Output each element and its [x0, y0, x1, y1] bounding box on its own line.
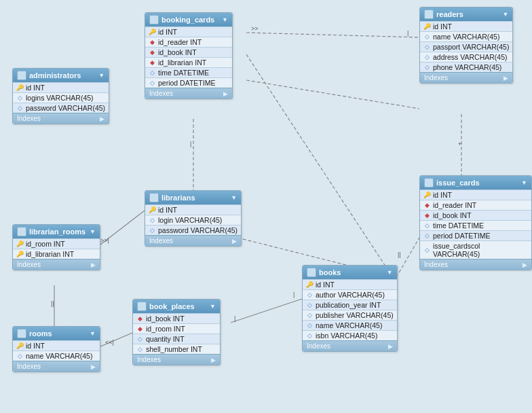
field-row-readers-2: ◇ passport VARCHAR(45)	[420, 41, 512, 52]
svg-line-14	[231, 299, 302, 323]
indexes-arrow-issue_cards: ▶	[522, 262, 527, 268]
field-name-issue_cards-4: period DATETIME	[433, 232, 490, 240]
field-row-librarian_rooms-1: 🔑 id_librarian INT	[13, 249, 100, 259]
table-arrow-readers[interactable]: ▼	[503, 11, 509, 18]
indexes-librarian_rooms[interactable]: Indexes ▶	[13, 259, 100, 270]
field-icon-administrators-2: ◇	[16, 105, 23, 111]
field-name-issue_cards-5: issue_cardscol VARCHAR(45)	[433, 242, 528, 258]
field-icon-readers-0: 🔑	[423, 23, 430, 30]
field-row-books-0: 🔑 id INT	[303, 279, 397, 289]
indexes-rooms[interactable]: Indexes ▶	[13, 361, 100, 372]
field-name-issue_cards-0: id INT	[433, 191, 452, 199]
indexes-label-issue_cards: Indexes	[424, 261, 448, 268]
table-arrow-librarian_rooms[interactable]: ▼	[90, 228, 96, 235]
diagram-canvas: >> | | + >>| || <<| | | || bookin	[0, 0, 532, 413]
field-row-administrators-1: ◇ logins VARCHAR(45)	[13, 92, 109, 103]
field-name-books-4: name VARCHAR(45)	[316, 321, 382, 329]
field-icon-book_places-1: ◆	[136, 325, 143, 332]
table-icon-readers	[424, 10, 434, 19]
field-icon-librarians-1: ◇	[149, 217, 155, 223]
field-row-book_places-2: ◇ quantity INT	[133, 334, 220, 344]
table-arrow-rooms[interactable]: ▼	[90, 330, 96, 337]
field-icon-books-3: ◇	[306, 312, 313, 319]
indexes-label-librarian_rooms: Indexes	[17, 261, 41, 268]
table-arrow-books[interactable]: ▼	[387, 269, 393, 276]
indexes-administrators[interactable]: Indexes ▶	[13, 113, 109, 124]
field-icon-readers-3: ◇	[423, 54, 430, 60]
indexes-readers[interactable]: Indexes ▶	[420, 72, 512, 83]
field-row-booking_cards-3: ◆ id_librarian INT	[145, 57, 232, 67]
svg-line-12	[100, 333, 132, 346]
indexes-booking_cards[interactable]: Indexes ▶	[145, 88, 232, 98]
svg-text:|: |	[293, 291, 294, 298]
table-label-book_places: book_places	[149, 302, 195, 310]
field-icon-book_places-3: ◇	[136, 346, 143, 353]
table-readers: readers ▼ 🔑 id INT ◇ name VARCHAR(45) ◇ …	[419, 7, 513, 84]
field-row-rooms-0: 🔑 id INT	[13, 340, 100, 351]
indexes-arrow-rooms: ▶	[91, 363, 96, 370]
table-arrow-librarians[interactable]: ▼	[231, 194, 237, 201]
field-row-issue_cards-1: ◆ id_reader INT	[420, 200, 531, 210]
table-header-issue_cards[interactable]: issue_cards ▼	[420, 176, 531, 190]
indexes-book_places[interactable]: Indexes ▶	[133, 354, 220, 365]
svg-line-20	[238, 238, 346, 265]
table-header-book_places[interactable]: book_places ▼	[133, 300, 220, 313]
field-icon-readers-1: ◇	[423, 33, 430, 40]
table-icon-administrators	[17, 71, 26, 80]
table-label-readers: readers	[436, 10, 463, 18]
field-row-issue_cards-5: ◇ issue_cardscol VARCHAR(45)	[420, 240, 531, 259]
table-header-readers[interactable]: readers ▼	[420, 7, 512, 21]
field-name-booking_cards-4: time DATETIME	[158, 69, 209, 77]
field-name-administrators-1: logins VARCHAR(45)	[26, 94, 94, 102]
field-name-librarians-2: password VARCHAR(45)	[158, 226, 238, 234]
field-name-readers-4: phone VARCHAR(45)	[433, 63, 501, 71]
field-icon-librarian_rooms-0: 🔑	[16, 240, 23, 247]
table-header-administrators[interactable]: administrators ▼	[13, 69, 109, 82]
svg-text:+: +	[458, 141, 461, 147]
field-row-librarians-0: 🔑 id INT	[145, 204, 241, 215]
table-header-rooms[interactable]: rooms ▼	[13, 327, 100, 340]
table-label-rooms: rooms	[29, 329, 52, 338]
svg-line-8	[100, 211, 145, 245]
table-arrow-administrators[interactable]: ▼	[98, 72, 104, 79]
table-icon-books	[307, 268, 316, 277]
field-name-readers-2: passport VARCHAR(45)	[433, 43, 509, 51]
field-icon-books-0: 🔑	[306, 281, 313, 288]
indexes-arrow-librarians: ▶	[232, 238, 237, 245]
field-name-books-3: publisher VARCHAR(45)	[316, 311, 394, 319]
indexes-issue_cards[interactable]: Indexes ▶	[420, 259, 531, 270]
table-header-books[interactable]: books ▼	[303, 266, 397, 279]
table-arrow-issue_cards[interactable]: ▼	[521, 179, 527, 186]
field-icon-booking_cards-2: ◆	[149, 49, 155, 56]
field-icon-booking_cards-4: ◇	[149, 69, 155, 76]
field-icon-issue_cards-0: 🔑	[423, 192, 430, 198]
indexes-books[interactable]: Indexes ▶	[303, 340, 397, 351]
field-row-readers-3: ◇ address VARCHAR(45)	[420, 52, 512, 62]
svg-text:|: |	[190, 141, 191, 147]
table-header-librarians[interactable]: librarians ▼	[145, 191, 241, 204]
table-label-booking_cards: booking_cards	[162, 16, 214, 24]
field-icon-issue_cards-2: ◆	[423, 212, 430, 219]
table-header-booking_cards[interactable]: booking_cards ▼	[145, 13, 232, 26]
indexes-librarians[interactable]: Indexes ▶	[145, 235, 241, 246]
field-name-librarian_rooms-1: id_librarian INT	[26, 250, 74, 258]
field-icon-booking_cards-3: ◆	[149, 59, 155, 66]
indexes-label-readers: Indexes	[424, 74, 448, 82]
field-name-administrators-0: id INT	[26, 84, 45, 92]
field-icon-booking_cards-1: ◆	[149, 39, 155, 46]
field-icon-booking_cards-0: 🔑	[149, 29, 155, 35]
table-icon-issue_cards	[424, 178, 434, 187]
table-arrow-booking_cards[interactable]: ▼	[222, 16, 228, 23]
field-icon-readers-2: ◇	[423, 43, 430, 50]
table-icon-librarians	[149, 193, 159, 202]
table-issue_cards: issue_cards ▼ 🔑 id INT ◆ id_reader INT ◆…	[419, 175, 532, 270]
field-icon-books-4: ◇	[306, 322, 313, 329]
field-icon-books-2: ◇	[306, 302, 313, 308]
field-row-books-4: ◇ name VARCHAR(45)	[303, 320, 397, 330]
indexes-label-administrators: Indexes	[17, 115, 41, 122]
table-arrow-book_places[interactable]: ▼	[210, 303, 216, 310]
field-row-issue_cards-4: ◇ period DATETIME	[420, 230, 531, 240]
field-name-issue_cards-3: time DATETIME	[433, 221, 484, 230]
svg-text:>>|: >>|	[100, 237, 109, 244]
table-header-librarian_rooms[interactable]: librarian_rooms ▼	[13, 225, 100, 238]
